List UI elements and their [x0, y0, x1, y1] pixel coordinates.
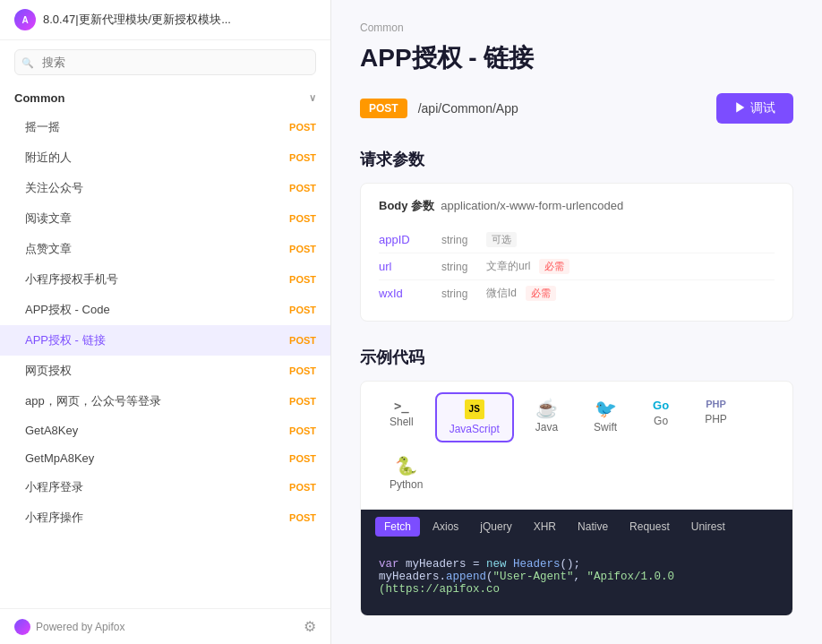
- swift-icon: 🐦: [595, 399, 617, 417]
- apifox-icon: [14, 619, 30, 635]
- method-badge: POST: [289, 244, 316, 254]
- sidebar-item-mini-auth-phone[interactable]: 小程序授权手机号 POST: [0, 264, 330, 295]
- powered-by-label: Powered by Apifox: [36, 621, 124, 633]
- method-badge: POST: [289, 274, 316, 285]
- sub-tab-xhr[interactable]: XHR: [525, 517, 565, 537]
- app-title: 8.0.47|更新代理模块/更新授权模块...: [43, 12, 231, 28]
- tab-java-label: Java: [535, 421, 558, 434]
- sidebar-item-label: 小程序登录: [25, 479, 83, 495]
- body-params-label: Body 参数 application/x-www-form-urlencode…: [379, 198, 775, 214]
- tab-python[interactable]: 🐍 Python: [375, 450, 437, 498]
- params-section-title: 请求参数: [360, 149, 793, 170]
- settings-icon[interactable]: ⚙: [304, 618, 316, 635]
- param-badge-wxid: 必需: [526, 286, 556, 301]
- sidebar-item-label: app，网页，公众号等登录: [25, 393, 161, 409]
- lang-tabs: >_ Shell JS JavaScript ☕ Java 🐦 Swift Go: [361, 382, 792, 510]
- param-type-appid: string: [441, 234, 477, 246]
- shell-icon: >_: [394, 399, 409, 412]
- app-icon: A: [14, 9, 36, 30]
- sidebar-item-label: 点赞文章: [25, 241, 72, 257]
- sidebar-item-get-a8key[interactable]: GetA8Key POST: [0, 416, 330, 444]
- sidebar-item-follow-mp[interactable]: 关注公众号 POST: [0, 173, 330, 203]
- nav-group-common[interactable]: Common ∨: [0, 84, 330, 112]
- php-icon: PHP: [706, 399, 726, 409]
- tab-shell-label: Shell: [390, 416, 414, 428]
- method-badge: POST: [289, 512, 316, 523]
- method-badge: POST: [289, 183, 316, 193]
- tab-java[interactable]: ☕ Java: [521, 392, 572, 442]
- sub-tab-native[interactable]: Native: [569, 517, 617, 537]
- sub-tab-unirest[interactable]: Unirest: [682, 517, 734, 537]
- param-badge-url: 必需: [539, 259, 569, 274]
- param-name-url: url: [379, 260, 432, 273]
- sidebar-item-web-auth[interactable]: 网页授权 POST: [0, 356, 330, 386]
- method-badge: POST: [289, 305, 316, 315]
- sub-tab-jquery[interactable]: jQuery: [471, 517, 520, 537]
- sidebar-item-app-auth-link[interactable]: APP授权 - 链接 POST: [0, 325, 330, 356]
- javascript-icon: JS: [465, 399, 484, 419]
- code-line-2: myHeaders.append("User-Agent", "Apifox/1…: [379, 571, 775, 596]
- code-section: >_ Shell JS JavaScript ☕ Java 🐦 Swift Go: [360, 381, 793, 616]
- body-params-header: Body 参数: [379, 199, 434, 212]
- page-title: APP授权 - 链接: [360, 41, 793, 75]
- param-type-wxid: string: [441, 288, 477, 300]
- sidebar-item-label: 阅读文章: [25, 210, 72, 227]
- sub-tab-request[interactable]: Request: [621, 517, 679, 537]
- method-post-badge: POST: [360, 99, 407, 118]
- tab-swift-label: Swift: [594, 421, 617, 434]
- sidebar-item-read-article[interactable]: 阅读文章 POST: [0, 203, 330, 234]
- param-desc-wxid: 微信Id: [486, 286, 517, 301]
- code-block: var myHeaders = new Headers(); myHeaders…: [361, 544, 792, 615]
- tab-go[interactable]: Go Go: [638, 392, 683, 442]
- method-badge: POST: [289, 482, 316, 493]
- method-badge: POST: [289, 365, 316, 376]
- tab-javascript[interactable]: JS JavaScript: [435, 392, 514, 442]
- sidebar-item-mini-ops[interactable]: 小程序操作 POST: [0, 502, 330, 533]
- sidebar-item-label: 小程序授权手机号: [25, 271, 118, 288]
- breadcrumb: Common: [360, 21, 793, 34]
- sidebar-item-label: APP授权 - 链接: [25, 332, 106, 348]
- sidebar-item-app-web-mp-login[interactable]: app，网页，公众号等登录 POST: [0, 386, 330, 416]
- sidebar-item-label: 摇一摇: [25, 119, 60, 135]
- java-icon: ☕: [535, 399, 558, 417]
- method-badge: POST: [289, 335, 316, 346]
- param-name-appid: appID: [379, 233, 432, 246]
- sidebar-item-label: 小程序操作: [25, 510, 83, 526]
- params-section: Body 参数 application/x-www-form-urlencode…: [360, 183, 793, 322]
- param-type-url: string: [441, 261, 477, 273]
- sidebar-item-label: GetA8Key: [25, 424, 78, 437]
- method-badge: POST: [289, 213, 316, 224]
- method-badge: POST: [289, 122, 316, 133]
- main-panel: Common APP授权 - 链接 POST /api/Common/App ▶…: [331, 0, 822, 644]
- sidebar-item-get-mpa8key[interactable]: GetMpA8Key POST: [0, 444, 330, 472]
- test-button[interactable]: ▶ 调试: [716, 93, 793, 124]
- method-badge: POST: [289, 453, 316, 464]
- tab-swift[interactable]: 🐦 Swift: [579, 392, 631, 442]
- param-name-wxid: wxId: [379, 287, 432, 300]
- sidebar-item-nearby[interactable]: 附近的人 POST: [0, 142, 330, 173]
- sidebar-item-label: APP授权 - Code: [25, 302, 110, 318]
- param-row-wxid: wxId string 微信Id 必需: [379, 280, 775, 306]
- search-bar-container: [14, 49, 316, 75]
- sidebar-item-label: 附近的人: [25, 150, 72, 166]
- tab-php[interactable]: PHP PHP: [690, 392, 741, 442]
- powered-by: Powered by Apifox: [14, 619, 124, 635]
- search-input[interactable]: [14, 49, 316, 75]
- param-row-url: url string 文章的url 必需: [379, 253, 775, 280]
- sidebar-item-shake[interactable]: 摇一摇 POST: [0, 112, 330, 142]
- tab-shell[interactable]: >_ Shell: [375, 392, 428, 442]
- sidebar-nav: Common ∨ 摇一摇 POST 附近的人 POST 关注公众号 POST 阅…: [0, 84, 330, 608]
- sidebar-item-app-auth-code[interactable]: APP授权 - Code POST: [0, 295, 330, 325]
- endpoint-url: /api/Common/App: [418, 101, 706, 116]
- sub-tab-axios[interactable]: Axios: [424, 517, 467, 537]
- nav-group-label: Common: [14, 91, 64, 105]
- sub-tab-fetch[interactable]: Fetch: [375, 517, 420, 537]
- param-row-appid: appID string 可选: [379, 227, 775, 253]
- sidebar-item-label: 关注公众号: [25, 180, 83, 196]
- go-icon: Go: [653, 399, 669, 411]
- sidebar-item-mini-login[interactable]: 小程序登录 POST: [0, 472, 330, 502]
- body-params-type: application/x-www-form-urlencoded: [441, 199, 623, 212]
- sidebar-item-like-article[interactable]: 点赞文章 POST: [0, 234, 330, 264]
- main-content: Common APP授权 - 链接 POST /api/Common/App ▶…: [331, 0, 822, 644]
- code-line-1: var myHeaders = new Headers();: [379, 558, 775, 571]
